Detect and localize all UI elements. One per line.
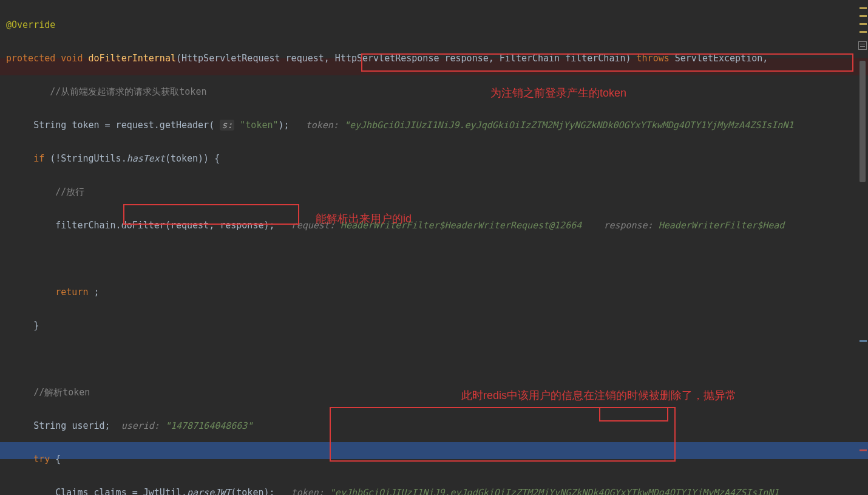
code-line: filterChain.doFilter(request, response);… [6, 217, 862, 234]
code-line: //解析token [6, 384, 862, 401]
debug-hint-label: token: [306, 120, 339, 131]
code-line: protected void doFilterInternal(HttpServ… [6, 50, 862, 67]
code-line: //放行 [6, 184, 862, 201]
code-line: if (!StringUtils.hasText(token)) { [6, 151, 862, 168]
code-line: @Override [6, 17, 862, 34]
annotation-box-top-segment2 [668, 407, 676, 408]
debug-hint-value: "eyJhbGciOiJIUzI1NiJ9.eyJqdGkiOiIzZTM2Mj… [344, 120, 794, 131]
gutter-marker[interactable] [860, 31, 867, 33]
code-line: String userid; userid: "14787164048663" [6, 418, 862, 435]
gutter-marker[interactable] [860, 449, 867, 451]
param-hint: s: [220, 120, 234, 131]
code-line [6, 251, 862, 268]
code-line: //从前端发起请求的请求头获取token [6, 84, 862, 101]
scrollbar-thumb[interactable] [860, 61, 866, 182]
annotation-box-top-segment [330, 407, 599, 408]
gutter-marker[interactable] [860, 340, 867, 342]
code-line: String token = request.getHeader( s: "to… [6, 117, 862, 134]
code-line: try { [6, 451, 862, 468]
code-editor[interactable]: @Override protected void doFilterInterna… [0, 0, 868, 495]
gutter-marker[interactable] [860, 15, 867, 17]
code-line: return ; [6, 284, 862, 301]
scrollbar-track[interactable] [860, 0, 867, 495]
code-line: Claims claims = JwtUtil.parseJWT(token);… [6, 485, 862, 496]
annotation-override: @Override [6, 19, 55, 30]
gutter-marker[interactable] [860, 7, 867, 9]
code-line [6, 351, 862, 368]
code-line: } [6, 318, 862, 335]
gutter-marker[interactable] [860, 23, 867, 25]
